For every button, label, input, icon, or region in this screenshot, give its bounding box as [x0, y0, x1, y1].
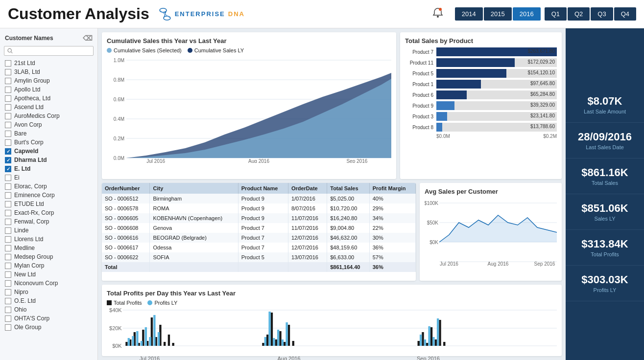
notification-bell[interactable]: [432, 7, 443, 21]
year-2014-button[interactable]: 2014: [455, 7, 483, 21]
customer-checkbox[interactable]: [5, 315, 11, 322]
customer-checkbox[interactable]: [5, 219, 11, 225]
sidebar-item[interactable]: Ohio: [0, 305, 97, 314]
customer-checkbox[interactable]: [5, 324, 11, 331]
sidebar-item[interactable]: ETUDE Ltd: [0, 200, 97, 208]
table-row[interactable]: SO - 0006578ROMAProduct 98/07/2016$10,72…: [102, 203, 416, 213]
customer-checkbox[interactable]: [5, 87, 11, 93]
table-cell-margin: 29%: [369, 203, 415, 213]
customer-checkbox[interactable]: [5, 183, 11, 190]
table-row[interactable]: SO - 0006512BirminghamProduct 91/07/2016…: [102, 194, 416, 203]
table-row[interactable]: SO - 0006616BEOGRAD (Belgrade)Product 71…: [102, 233, 416, 243]
legend-ly: Cumulative Sales LY: [188, 47, 244, 53]
q2-button[interactable]: Q2: [568, 7, 590, 21]
table-header: OrderNumber City Product Name OrderDate …: [102, 183, 416, 194]
customer-checkbox[interactable]: [5, 104, 11, 111]
sidebar-item[interactable]: Exact-Rx, Corp: [0, 208, 97, 217]
customer-checkbox[interactable]: [5, 95, 11, 102]
table-row[interactable]: SO - 0006617OdessaProduct 712/07/2016$48…: [102, 243, 416, 252]
sidebar-item[interactable]: Ole Group: [0, 323, 97, 332]
sidebar-item[interactable]: ✓E. Ltd: [0, 164, 97, 173]
customer-name: Eminence Corp: [14, 192, 55, 199]
sidebar-item[interactable]: Burt's Corp: [0, 138, 97, 147]
sidebar-item[interactable]: Apollo Ltd: [0, 85, 97, 94]
sidebar-item[interactable]: Apotheca, Ltd: [0, 94, 97, 103]
sidebar-item[interactable]: Fenwal, Corp: [0, 217, 97, 226]
customer-checkbox[interactable]: [5, 245, 11, 251]
customer-checkbox[interactable]: [5, 263, 11, 269]
customer-checkbox[interactable]: [5, 69, 11, 75]
svg-text:Aug 2016: Aug 2016: [488, 261, 509, 267]
customer-checkbox[interactable]: [5, 175, 11, 181]
customer-checkbox[interactable]: ✓: [5, 148, 11, 155]
year-2016-button[interactable]: 2016: [513, 7, 541, 21]
customer-checkbox[interactable]: [5, 131, 11, 137]
kpi-card[interactable]: $313.84KTotal Profits: [566, 230, 644, 266]
year-2015-button[interactable]: 2015: [484, 7, 512, 21]
customer-checkbox[interactable]: [5, 280, 11, 287]
customer-checkbox[interactable]: ✓: [5, 157, 11, 163]
table-row[interactable]: SO - 0006608GenovaProduct 711/07/2016$9,…: [102, 223, 416, 233]
customer-checkbox[interactable]: [5, 122, 11, 128]
avg-chart-area: $100K $50K $0K Jul 2016 Aug 2016 Sep 201…: [425, 198, 557, 267]
q4-button[interactable]: Q4: [614, 7, 636, 21]
customer-checkbox[interactable]: [5, 192, 11, 199]
sidebar-item[interactable]: Ei: [0, 173, 97, 182]
customer-search-box[interactable]: [4, 46, 94, 56]
customer-checkbox[interactable]: ✓: [5, 166, 11, 172]
sidebar-item[interactable]: Llorens Ltd: [0, 235, 97, 244]
search-input[interactable]: [13, 47, 90, 54]
customer-checkbox[interactable]: [5, 289, 11, 295]
customer-checkbox[interactable]: [5, 210, 11, 216]
kpi-card[interactable]: $8.07KLast Sale Amount: [566, 87, 644, 123]
kpi-label: Total Profits: [591, 251, 619, 257]
sidebar-item[interactable]: Medsep Group: [0, 252, 97, 261]
sidebar-item[interactable]: Linde: [0, 226, 97, 235]
sidebar-item[interactable]: Medline: [0, 244, 97, 252]
customer-name: ETUDE Ltd: [14, 201, 44, 207]
svg-rect-56: [136, 331, 138, 346]
sidebar-item[interactable]: Niconovum Corp: [0, 279, 97, 288]
sidebar-item[interactable]: 3LAB, Ltd: [0, 68, 97, 76]
q3-button[interactable]: Q3: [591, 7, 613, 21]
sidebar-item[interactable]: OHTA'S Corp: [0, 314, 97, 323]
customer-checkbox[interactable]: [5, 236, 11, 243]
customer-checkbox[interactable]: [5, 201, 11, 207]
customer-checkbox[interactable]: [5, 271, 11, 278]
sidebar-item[interactable]: Amylin Group: [0, 76, 97, 85]
sidebar-item[interactable]: Ascend Ltd: [0, 103, 97, 112]
customer-checkbox[interactable]: [5, 254, 11, 260]
sidebar-item[interactable]: ✓Capweld: [0, 147, 97, 156]
customer-checkbox[interactable]: [5, 78, 11, 84]
customer-name: Medsep Group: [14, 253, 53, 260]
sidebar-item[interactable]: AuroMedics Corp: [0, 112, 97, 120]
table-cell-product: Product 5: [238, 252, 288, 262]
kpi-card[interactable]: 28/09/2016Last Sales Date: [566, 123, 644, 158]
kpi-card[interactable]: $861.16KTotal Sales: [566, 158, 644, 194]
sidebar-item[interactable]: New Ltd: [0, 270, 97, 279]
sidebar-item[interactable]: Avon Corp: [0, 120, 97, 129]
q1-button[interactable]: Q1: [545, 7, 567, 21]
kpi-card[interactable]: $851.06KSales LY: [566, 194, 644, 230]
customer-checkbox[interactable]: [5, 113, 11, 119]
table-row[interactable]: SO - 0006622SOFIAProduct 513/07/2016$6,6…: [102, 252, 416, 262]
customer-checkbox[interactable]: [5, 139, 11, 146]
sidebar-item[interactable]: O.E. Ltd: [0, 296, 97, 305]
sidebar-item[interactable]: Elorac, Corp: [0, 182, 97, 191]
sidebar-item[interactable]: ✓Dharma Ltd: [0, 156, 97, 164]
customer-checkbox[interactable]: [5, 298, 11, 304]
clear-filter-icon[interactable]: ⌫: [83, 34, 93, 42]
table-row[interactable]: SO - 0006605KOBENHAVN (Copenhagen)Produc…: [102, 213, 416, 223]
sidebar-item[interactable]: 21st Ltd: [0, 59, 97, 68]
svg-rect-87: [437, 318, 439, 346]
table-scroll[interactable]: OrderNumber City Product Name OrderDate …: [102, 183, 416, 281]
customer-checkbox[interactable]: [5, 60, 11, 67]
sidebar-item[interactable]: Bare: [0, 129, 97, 138]
customer-checkbox[interactable]: [5, 227, 11, 234]
sidebar-item[interactable]: Nipro: [0, 288, 97, 296]
svg-text:Sep 2016: Sep 2016: [417, 356, 440, 360]
sidebar-item[interactable]: Mylan Corp: [0, 261, 97, 270]
customer-checkbox[interactable]: [5, 307, 11, 313]
sidebar-item[interactable]: Eminence Corp: [0, 191, 97, 200]
kpi-card[interactable]: $303.03KProfits LY: [566, 266, 644, 301]
